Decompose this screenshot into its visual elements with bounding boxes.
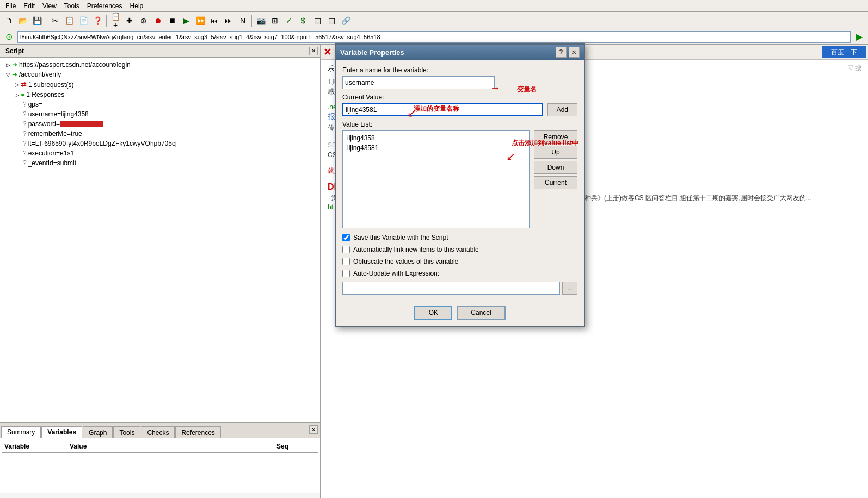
tab-tools[interactable]: Tools bbox=[113, 426, 140, 438]
tree-item-password[interactable]: ? password= bbox=[2, 119, 318, 129]
add-request-btn[interactable]: ✚ bbox=[123, 14, 136, 27]
play-all-btn[interactable]: ⏩ bbox=[194, 14, 207, 27]
tree-item-lt-text: lt=LT-696590-yt4x0R9boLDgZFky1cwyVOhpb70… bbox=[28, 140, 177, 147]
open-btn[interactable]: 📂 bbox=[16, 14, 29, 27]
tree-item-execution[interactable]: ? execution=e1s1 bbox=[2, 148, 318, 158]
rememberme-icon: ? bbox=[23, 130, 27, 138]
expand-icon-2[interactable]: ▽ bbox=[4, 72, 12, 78]
help-btn[interactable]: ❓ bbox=[91, 14, 104, 27]
dialog-close-btn[interactable]: × bbox=[569, 47, 580, 58]
camera-btn[interactable]: 📷 bbox=[254, 14, 267, 27]
obfuscate-checkbox[interactable] bbox=[342, 258, 350, 265]
menu-help[interactable]: Help bbox=[127, 1, 147, 11]
browse-btn[interactable]: ... bbox=[562, 282, 577, 295]
new-btn[interactable]: 🗋 bbox=[2, 14, 15, 27]
tab-variables[interactable]: Variables bbox=[41, 426, 82, 438]
tree-view[interactable]: ▷ ➜ https://passport.csdn.net/account/lo… bbox=[0, 58, 320, 422]
save-checkbox[interactable] bbox=[342, 234, 350, 241]
menu-edit[interactable]: Edit bbox=[20, 1, 38, 11]
cut-btn[interactable]: ✂ bbox=[48, 14, 61, 27]
tree-item-responses[interactable]: ▷ ● 1 Responses bbox=[2, 90, 318, 99]
stop-btn[interactable]: ⏹ bbox=[165, 14, 178, 27]
add-btn[interactable]: Add bbox=[547, 103, 577, 116]
play-btn[interactable]: ▶ bbox=[180, 14, 193, 27]
expand-icon-1[interactable]: ▷ bbox=[4, 62, 12, 68]
up-btn[interactable]: Up bbox=[534, 146, 577, 159]
cancel-btn[interactable]: Cancel bbox=[457, 306, 505, 320]
table-btn[interactable]: ▦ bbox=[311, 14, 324, 27]
expression-input[interactable] bbox=[342, 282, 560, 295]
add-script-btn[interactable]: 📋+ bbox=[109, 14, 122, 27]
value-list-box[interactable]: lijing4358 lijing43581 bbox=[342, 130, 530, 228]
remove-btn[interactable]: Remove bbox=[534, 130, 577, 144]
menu-view[interactable]: View bbox=[39, 1, 60, 11]
tree-item-subrequest[interactable]: ▷ ⇄ 1 subrequest(s) bbox=[2, 79, 318, 90]
tab-summary[interactable]: Summary bbox=[1, 426, 41, 438]
tree-item-verify[interactable]: ▽ ➜ /account/verify bbox=[2, 70, 318, 79]
auto-link-checkbox[interactable] bbox=[342, 246, 350, 253]
forward-btn[interactable]: ⏭ bbox=[222, 14, 235, 27]
tree-item-password-text: password= bbox=[28, 120, 60, 128]
expand-icon-sub2[interactable]: ▷ bbox=[13, 92, 21, 98]
tree-item-gps[interactable]: ? gps= bbox=[2, 99, 318, 109]
expand-icon-sub1[interactable]: ▷ bbox=[13, 82, 21, 88]
menu-tools[interactable]: Tools bbox=[61, 1, 83, 11]
obfuscate-checkbox-row: Obfuscate the values of this variable bbox=[342, 258, 577, 265]
copy-btn[interactable]: 📋 bbox=[63, 14, 76, 27]
tree-item-eventid[interactable]: ? _eventId=submit bbox=[2, 158, 318, 168]
password-redacted bbox=[60, 121, 103, 127]
variable-properties-dialog[interactable]: Variable Properties ? × Enter a name for… bbox=[335, 43, 585, 327]
baidu-nav-music[interactable]: 乐 bbox=[328, 64, 334, 73]
arrow-icon-1: ➜ bbox=[12, 61, 17, 69]
nav-go-btn[interactable]: ▶ bbox=[853, 30, 866, 43]
address-bar: ⊙ ▶ bbox=[0, 29, 868, 45]
tab-checks[interactable]: Checks bbox=[141, 426, 175, 438]
current-value-input[interactable] bbox=[342, 103, 543, 116]
menu-preferences[interactable]: Preferences bbox=[84, 1, 126, 11]
auto-update-checkbox[interactable] bbox=[342, 270, 350, 277]
subrequest-icon: ⇄ bbox=[21, 80, 27, 89]
connect-btn[interactable]: 🔗 bbox=[339, 14, 352, 27]
table2-btn[interactable]: ▤ bbox=[325, 14, 338, 27]
back-btn[interactable]: ⏮ bbox=[208, 14, 221, 27]
record-btn[interactable]: ⏺ bbox=[151, 14, 164, 27]
filter-icon[interactable]: ▽ 搜 bbox=[848, 64, 861, 73]
value-list-item-2[interactable]: lijing43581 bbox=[345, 143, 527, 153]
add-timer-btn[interactable]: ⊕ bbox=[137, 14, 150, 27]
name-field-row bbox=[342, 76, 577, 89]
tree-item-lt[interactable]: ? lt=LT-696590-yt4x0R9boLDgZFky1cwyVOhpb… bbox=[2, 139, 318, 148]
close-browser-icon[interactable]: ✕ bbox=[323, 46, 331, 58]
menu-file[interactable]: File bbox=[2, 1, 19, 11]
tree-item-username-text: username=lijing4358 bbox=[28, 110, 89, 118]
password-icon: ? bbox=[23, 120, 27, 128]
tree-item-username[interactable]: ? username=lijing4358 bbox=[2, 109, 318, 119]
save-btn[interactable]: 💾 bbox=[30, 14, 44, 27]
value-list-item-1[interactable]: lijing4358 bbox=[345, 133, 527, 143]
tree-item-subrequest-text: 1 subrequest(s) bbox=[28, 81, 73, 89]
tab-graph[interactable]: Graph bbox=[83, 426, 113, 438]
next-step-btn[interactable]: N bbox=[236, 14, 249, 27]
tree-item-login[interactable]: ▷ ➜ https://passport.csdn.net/account/lo… bbox=[2, 60, 318, 70]
dollar-btn[interactable]: $ bbox=[297, 14, 310, 27]
tree-item-eventid-text: _eventId=submit bbox=[28, 159, 76, 167]
address-input[interactable] bbox=[17, 31, 851, 43]
tree-item-rememberme[interactable]: ? rememberMe=true bbox=[2, 129, 318, 139]
baidu-search-btn[interactable]: 百度一下 bbox=[822, 46, 866, 58]
auto-update-label: Auto-Update with Expression: bbox=[353, 270, 439, 277]
current-btn[interactable]: Current bbox=[534, 176, 577, 189]
down-btn[interactable]: Down bbox=[534, 161, 577, 174]
variable-name-input[interactable] bbox=[342, 76, 495, 89]
left-panel-close-btn[interactable]: ✕ bbox=[309, 47, 318, 55]
bottom-panel-close-btn[interactable]: ✕ bbox=[309, 425, 318, 434]
tab-references[interactable]: References bbox=[175, 426, 220, 438]
check-btn[interactable]: ✓ bbox=[282, 14, 296, 27]
grid-btn[interactable]: ⊞ bbox=[268, 14, 281, 27]
nav-back-btn[interactable]: ⊙ bbox=[2, 30, 15, 43]
dialog-help-btn[interactable]: ? bbox=[556, 47, 567, 58]
paste-btn[interactable]: 📄 bbox=[77, 14, 90, 27]
dialog-body: Enter a name for the variable: Current V… bbox=[336, 60, 584, 301]
auto-link-checkbox-row: Automatically link new items to this var… bbox=[342, 246, 577, 253]
eventid-icon: ? bbox=[23, 159, 27, 167]
ok-btn[interactable]: OK bbox=[414, 306, 452, 320]
username-icon: ? bbox=[23, 110, 27, 118]
